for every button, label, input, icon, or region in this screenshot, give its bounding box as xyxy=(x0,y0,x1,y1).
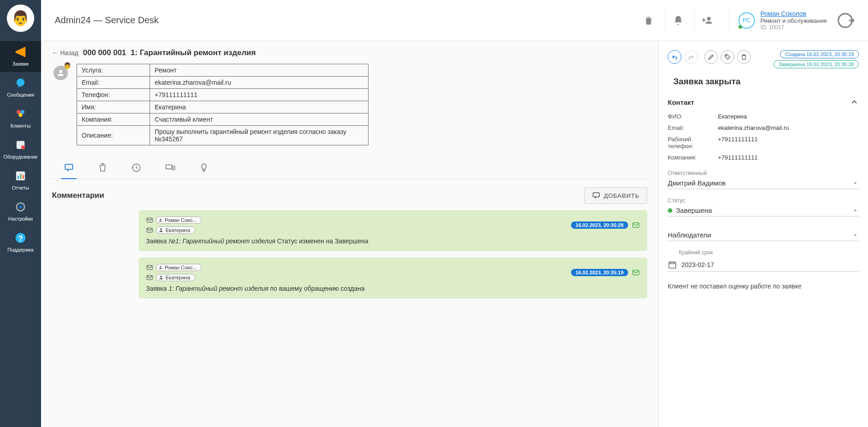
delete-side-button[interactable] xyxy=(737,50,751,64)
info-row: Компания:Счастливый клиент xyxy=(77,113,369,126)
help-icon: ? xyxy=(14,232,27,244)
info-row: Услуга:Ремонт xyxy=(77,64,369,77)
sidebar-item-reports[interactable]: Отчеты xyxy=(0,165,41,196)
chevron-down-icon xyxy=(852,180,859,187)
megaphone-icon xyxy=(14,46,27,58)
edit-button[interactable] xyxy=(704,50,718,64)
contact-grid: ФИО:Екатерина Email:ekaterina.zharova@ma… xyxy=(668,113,859,161)
user-avatar: РС xyxy=(738,12,755,29)
tab-devices[interactable] xyxy=(162,158,178,179)
svg-rect-17 xyxy=(65,165,73,170)
sidebar-item-label: Клиенты xyxy=(10,123,31,129)
comment-text: Заявка №1: Гарантийный ремонт изделия Ст… xyxy=(146,237,640,245)
logout-button[interactable] xyxy=(836,11,854,30)
watchers-select[interactable]: Наблюдатели xyxy=(668,229,859,241)
completed-badge: Завершена 16.02.2023, 20:35:28 xyxy=(774,60,859,68)
mail-check-icon xyxy=(632,221,640,229)
content-main: ← Назад 000 000 001 1: Гарантийный ремон… xyxy=(41,41,658,427)
side-panel: Создана 16.02.2023, 20:35:19 Завершена 1… xyxy=(658,41,868,427)
comment-icon xyxy=(592,191,600,200)
svg-point-14 xyxy=(707,17,711,21)
redo-button[interactable] xyxy=(684,50,698,64)
comment-card: Роман Соко... Екатерина 16.02.2023, 20:3… xyxy=(139,257,647,298)
svg-text:?: ? xyxy=(18,234,23,243)
side-heading: Заявка закрыта xyxy=(668,77,859,87)
user-role: Ремонт и обслуживание xyxy=(760,17,827,24)
author-chip: Роман Соко... xyxy=(156,216,202,224)
back-link[interactable]: ← Назад xyxy=(52,49,78,57)
notifications-button[interactable] xyxy=(665,8,691,33)
undo-button[interactable] xyxy=(668,50,681,64)
add-comment-button[interactable]: ДОБАВИТЬ xyxy=(584,187,647,204)
logo: 👨 xyxy=(7,5,34,32)
svg-point-3 xyxy=(19,113,23,117)
status-label: Статус xyxy=(668,197,859,204)
add-user-button[interactable] xyxy=(694,8,720,33)
tab-ideas[interactable] xyxy=(196,158,212,179)
info-row: Телефон:+79111111111 xyxy=(77,89,369,101)
mail-icon xyxy=(146,216,153,224)
svg-point-25 xyxy=(160,228,162,230)
responsible-select[interactable]: Дмитрий Вадимов xyxy=(668,177,859,189)
gear-icon xyxy=(14,201,27,213)
user-name-link[interactable]: Роман Соколов xyxy=(760,10,827,17)
comment-card: Роман Соко... Екатерина 16.02.2023, 20:3… xyxy=(139,210,647,251)
author-chip: Екатерина xyxy=(156,226,195,234)
ticket-number: 000 000 001 xyxy=(83,48,126,57)
contact-collapse[interactable]: Контакт xyxy=(668,98,859,107)
author-chip: Роман Соко... xyxy=(156,264,202,271)
user-block[interactable]: РС Роман Соколов Ремонт и обслуживание I… xyxy=(729,10,827,31)
sidebar-item-messages[interactable]: Сообщения xyxy=(0,72,41,103)
chart-icon xyxy=(14,170,27,182)
chevron-down-icon xyxy=(852,232,859,239)
svg-rect-19 xyxy=(166,165,172,169)
user-id: ID: 10017 xyxy=(760,24,827,31)
header: Admin24 — Service Desk РС Роман Соколов … xyxy=(41,0,868,41)
svg-point-5 xyxy=(21,145,25,149)
mail-icon xyxy=(146,226,153,234)
svg-point-30 xyxy=(160,276,162,278)
sidebar-item-tickets[interactable]: Заявки xyxy=(0,41,41,72)
timestamp-badge: 16.02.2023, 20:35:28 xyxy=(571,221,628,229)
mail-icon xyxy=(146,264,153,271)
svg-rect-21 xyxy=(593,193,599,197)
deadline-field[interactable]: 2023-02-17 xyxy=(668,258,859,272)
info-row: Имя:Екатерина xyxy=(77,101,369,113)
author-chip: Екатерина xyxy=(156,274,195,281)
mail-check-icon xyxy=(632,268,640,277)
chevron-up-icon xyxy=(850,98,859,107)
svg-point-11 xyxy=(19,206,22,209)
comment-text: Заявка 1: Гарантийный ремонт изделия по … xyxy=(146,285,640,292)
created-badge: Создана 16.02.2023, 20:35:19 xyxy=(780,50,859,58)
chevron-down-icon xyxy=(852,207,859,214)
sidebar-item-support[interactable]: ? Поддержка xyxy=(0,227,41,258)
ticket-title: 1: Гарантийный ремонт изделия xyxy=(131,48,256,57)
svg-rect-20 xyxy=(173,166,175,170)
tab-comments[interactable] xyxy=(61,158,77,179)
sidebar-item-clients[interactable]: Клиенты xyxy=(0,103,41,134)
delete-button[interactable] xyxy=(636,8,661,33)
svg-rect-33 xyxy=(669,262,676,268)
svg-point-16 xyxy=(59,70,62,73)
sidebar-item-label: Заявки xyxy=(12,61,29,67)
svg-point-32 xyxy=(726,56,727,56)
svg-point-23 xyxy=(160,219,161,220)
tab-time[interactable] xyxy=(129,158,144,179)
sidebar-item-label: Сообщения xyxy=(7,92,34,98)
sidebar-item-equipment[interactable]: Оборудование xyxy=(0,134,41,165)
svg-point-0 xyxy=(16,78,24,86)
ticket-info-table: Услуга:РемонтEmail:ekaterina.zharova@mai… xyxy=(77,64,369,145)
svg-rect-9 xyxy=(22,175,24,179)
timestamp-badge: 16.02.2023, 20:35:19 xyxy=(571,269,628,276)
status-select[interactable]: Завершена xyxy=(668,205,859,216)
sidebar-item-settings[interactable]: Настройки xyxy=(0,196,41,227)
tab-history[interactable] xyxy=(95,158,110,179)
info-row: Email:ekaterina.zharova@mail.ru xyxy=(77,77,369,89)
info-row: Описание:Прошу выполнить гарантийный рем… xyxy=(77,126,369,145)
sidebar-item-label: Отчеты xyxy=(12,185,29,190)
people-icon xyxy=(14,108,27,120)
header-actions xyxy=(636,8,720,33)
svg-rect-7 xyxy=(18,176,19,179)
tag-button[interactable] xyxy=(721,50,734,64)
svg-rect-8 xyxy=(20,174,21,179)
